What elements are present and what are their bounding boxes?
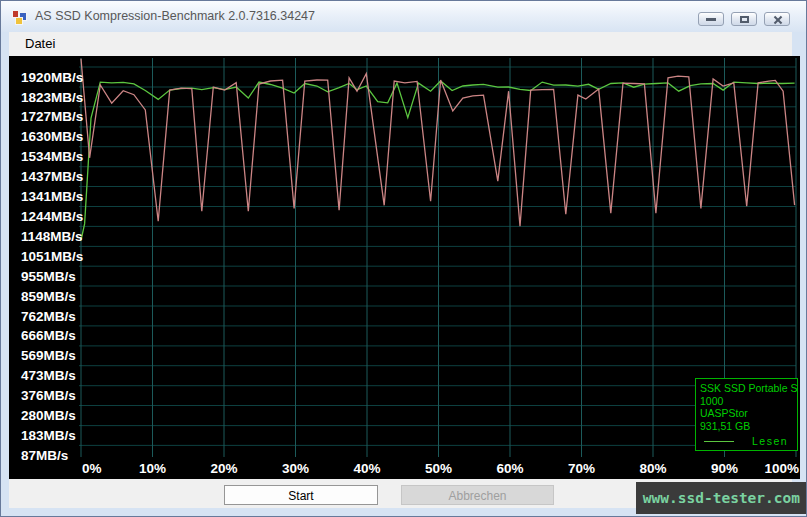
legend-driver: UASPStor [700, 407, 797, 420]
svg-text:30%: 30% [282, 461, 309, 476]
svg-text:1148MB/s: 1148MB/s [21, 229, 83, 244]
legend-entry-schreiben: Schreiben [700, 451, 797, 452]
chart-plot: 1920MB/s1823MB/s1727MB/s1630MB/s1534MB/s… [9, 56, 800, 479]
svg-text:1630MB/s: 1630MB/s [21, 129, 83, 144]
legend-label-schreiben: Schreiben [736, 451, 797, 452]
app-window: AS SSD Kompression-Benchmark 2.0.7316.34… [0, 0, 807, 517]
start-button[interactable]: Start [224, 485, 378, 505]
svg-text:569MB/s: 569MB/s [21, 348, 76, 363]
legend-device-name: SSK SSD Portable S [700, 382, 797, 395]
svg-text:1920MB/s: 1920MB/s [21, 70, 83, 85]
svg-text:1727MB/s: 1727MB/s [21, 109, 83, 124]
svg-text:1534MB/s: 1534MB/s [21, 149, 83, 164]
svg-text:280MB/s: 280MB/s [21, 408, 76, 423]
svg-text:100%: 100% [764, 461, 799, 476]
svg-text:955MB/s: 955MB/s [21, 269, 76, 284]
svg-text:859MB/s: 859MB/s [21, 289, 76, 304]
legend-entry-lesen: Lesen [700, 435, 797, 448]
benchmark-chart: 1920MB/s1823MB/s1727MB/s1630MB/s1534MB/s… [9, 56, 800, 479]
svg-text:376MB/s: 376MB/s [21, 388, 76, 403]
svg-text:90%: 90% [711, 461, 738, 476]
svg-text:1437MB/s: 1437MB/s [21, 169, 83, 184]
app-icon [12, 9, 28, 25]
svg-text:762MB/s: 762MB/s [21, 309, 76, 324]
watermark-text: www.ssd-tester.com [643, 490, 800, 506]
legend-capacity: 931,51 GB [700, 420, 797, 433]
watermark-banner: www.ssd-tester.com [636, 482, 806, 514]
svg-text:10%: 10% [139, 461, 166, 476]
svg-text:1051MB/s: 1051MB/s [21, 249, 83, 264]
lesen-line-swatch [704, 441, 734, 442]
cancel-button[interactable]: Abbrechen [401, 485, 554, 505]
svg-text:1823MB/s: 1823MB/s [21, 90, 83, 105]
title-bar: AS SSD Kompression-Benchmark 2.0.7316.34… [1, 1, 806, 32]
svg-text:50%: 50% [425, 461, 452, 476]
legend-device-model: 1000 [700, 395, 797, 408]
svg-text:183MB/s: 183MB/s [21, 428, 76, 443]
svg-text:1244MB/s: 1244MB/s [21, 209, 83, 224]
svg-text:1341MB/s: 1341MB/s [21, 189, 83, 204]
svg-text:20%: 20% [210, 461, 237, 476]
svg-text:60%: 60% [496, 461, 523, 476]
maximize-icon [740, 16, 749, 23]
close-button[interactable] [764, 12, 790, 26]
menu-bar: Datei [9, 32, 792, 56]
svg-text:87MB/s: 87MB/s [21, 448, 68, 463]
app-icon-yellow-square [15, 17, 23, 25]
svg-text:0%: 0% [82, 461, 102, 476]
legend-label-lesen: Lesen [752, 435, 788, 448]
chart-legend: SSK SSD Portable S 1000 UASPStor 931,51 … [695, 378, 798, 451]
svg-text:80%: 80% [639, 461, 666, 476]
maximize-button[interactable] [731, 12, 757, 26]
svg-text:70%: 70% [568, 461, 595, 476]
window-title: AS SSD Kompression-Benchmark 2.0.7316.34… [35, 9, 315, 23]
svg-text:473MB/s: 473MB/s [21, 368, 76, 383]
svg-text:40%: 40% [353, 461, 380, 476]
svg-text:666MB/s: 666MB/s [21, 328, 76, 343]
minimize-icon [706, 18, 716, 21]
window-controls [698, 12, 790, 26]
minimize-button[interactable] [698, 12, 724, 26]
menu-item-datei[interactable]: Datei [25, 32, 62, 51]
